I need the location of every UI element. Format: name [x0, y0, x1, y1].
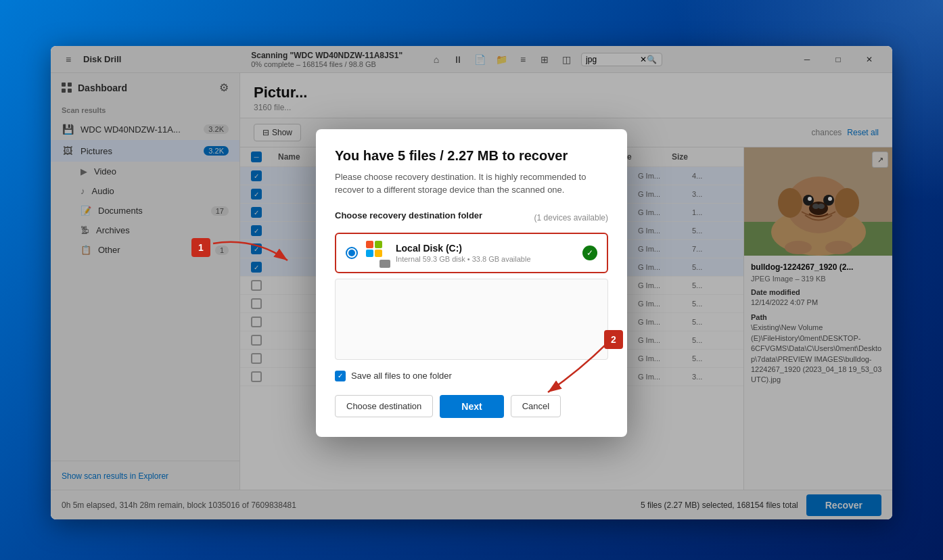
choose-destination-btn[interactable]: Choose destination [335, 395, 433, 417]
device-icon-stack [366, 241, 388, 265]
device-win-icon [366, 242, 388, 264]
modal-title: You have 5 files / 2.27 MB to recover [335, 148, 608, 164]
device-name: Local Disk (C:) [396, 243, 574, 254]
modal-checkbox-row: ✓ Save all files to one folder [335, 371, 608, 381]
modal-next-btn[interactable]: Next [440, 395, 503, 418]
recovery-modal: You have 5 files / 2.27 MB to recover Pl… [316, 129, 627, 437]
device-option-c[interactable]: Local Disk (C:) Internal 59.3 GB disk • … [335, 233, 608, 273]
device-radio-inner [348, 250, 355, 256]
modal-section-row: Choose recovery destination folder (1 de… [335, 210, 608, 226]
annotation-badge-1: 1 [191, 238, 210, 257]
modal-cancel-btn[interactable]: Cancel [511, 395, 561, 417]
save-all-checkbox[interactable]: ✓ [335, 371, 346, 381]
annotation-badge-2: 2 [604, 330, 623, 349]
device-detail: Internal 59.3 GB disk • 33.8 GB availabl… [396, 255, 574, 263]
modal-overlay: You have 5 files / 2.27 MB to recover Pl… [51, 46, 892, 519]
device-check-icon: ✓ [582, 246, 597, 260]
modal-actions: Choose destination Next Cancel [335, 395, 608, 418]
win-quad-yellow [375, 250, 382, 257]
modal-description: Please choose recovery destination. It i… [335, 170, 608, 197]
win-quad-red [366, 241, 373, 248]
windows-logo [366, 241, 382, 257]
device-info: Local Disk (C:) Internal 59.3 GB disk • … [396, 243, 574, 263]
win-quad-green [375, 241, 382, 248]
save-all-label: Save all files to one folder [351, 371, 452, 381]
modal-devices-count: (1 devices available) [534, 213, 608, 223]
disk-icon-small [380, 260, 390, 268]
main-window: ≡ Disk Drill Scanning "WDC WD40NDZW-11A8… [51, 46, 892, 519]
modal-folder-area [335, 279, 608, 360]
win-quad-blue [366, 250, 373, 257]
modal-section-label: Choose recovery destination folder [335, 210, 482, 220]
device-radio [346, 247, 358, 259]
